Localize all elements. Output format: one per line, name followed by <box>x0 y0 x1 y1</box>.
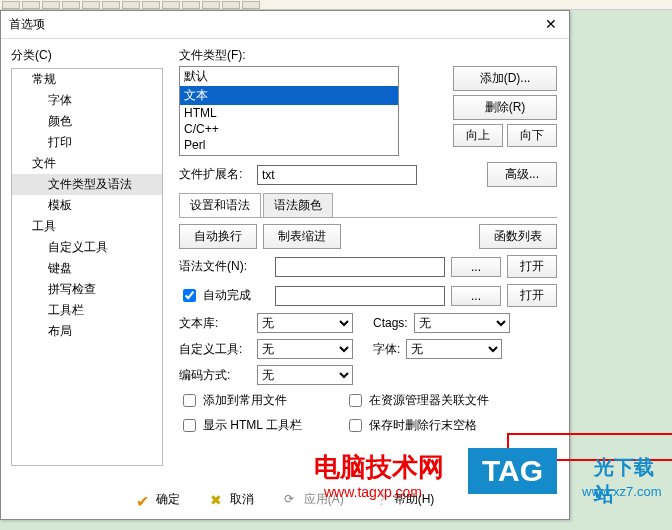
watermark-url-2: www.xz7.com <box>582 484 661 499</box>
add-common-checkbox[interactable]: 添加到常用文件 <box>179 391 339 410</box>
tabindent-button[interactable]: 制表缩进 <box>263 224 341 249</box>
dialog-titlebar: 首选项 ✕ <box>1 11 569 39</box>
autocomplete-checkbox[interactable]: 自动完成 <box>179 286 269 305</box>
syntaxfile-input[interactable] <box>275 257 445 277</box>
tree-item[interactable]: 字体 <box>12 90 162 111</box>
filetype-item[interactable]: HTML <box>180 105 398 121</box>
move-up-button[interactable]: 向上 <box>453 124 503 147</box>
autocomplete-open-button[interactable]: 打开 <box>507 284 557 307</box>
move-down-button[interactable]: 向下 <box>507 124 557 147</box>
help-icon: ❔ <box>374 492 388 506</box>
filetype-item[interactable]: C/C++ <box>180 121 398 137</box>
textlib-label: 文本库: <box>179 315 251 332</box>
autocomplete-browse-button[interactable]: ... <box>451 286 501 306</box>
tree-item[interactable]: 模板 <box>12 195 162 216</box>
delete-button[interactable]: 删除(R) <box>453 95 557 120</box>
apply-button[interactable]: ⟳应用(A) <box>284 491 344 508</box>
dialog-title: 首选项 <box>9 16 45 33</box>
cancel-button[interactable]: ✖取消 <box>210 491 254 508</box>
tab-syntax-colors[interactable]: 语法颜色 <box>263 193 333 217</box>
ctags-select[interactable]: 无 <box>414 313 510 333</box>
category-label: 分类(C) <box>11 47 163 64</box>
tree-item[interactable]: 颜色 <box>12 111 162 132</box>
tree-item[interactable]: 布局 <box>12 321 162 342</box>
filetype-item[interactable]: 文本 <box>180 86 398 105</box>
filetype-label: 文件类型(F): <box>179 47 557 64</box>
show-html-toolbar-checkbox[interactable]: 显示 HTML 工具栏 <box>179 416 339 435</box>
textlib-select[interactable]: 无 <box>257 313 353 333</box>
filetype-list[interactable]: 默认文本HTMLC/C++Perl <box>179 66 399 156</box>
ctags-label: Ctags: <box>373 316 408 330</box>
highlight-box <box>507 433 672 461</box>
encoding-label: 编码方式: <box>179 367 251 384</box>
funclist-button[interactable]: 函数列表 <box>479 224 557 249</box>
filetype-item[interactable]: 默认 <box>180 67 398 86</box>
apply-icon: ⟳ <box>284 492 298 506</box>
tree-item[interactable]: 拼写检查 <box>12 279 162 300</box>
watermark-text-2: 光下载站 <box>594 454 672 508</box>
extension-input[interactable] <box>257 165 417 185</box>
font-select[interactable]: 无 <box>406 339 502 359</box>
autocomplete-input[interactable] <box>275 286 445 306</box>
app-toolbar <box>0 0 672 10</box>
tree-item[interactable]: 文件 <box>12 153 162 174</box>
syntaxfile-open-button[interactable]: 打开 <box>507 255 557 278</box>
dialog-footer: ✔确定 ✖取消 ⟳应用(A) ❔帮助(H) <box>1 479 569 519</box>
category-tree[interactable]: 常规字体颜色打印文件文件类型及语法模板工具自定义工具键盘拼写检查工具栏布局 <box>11 68 163 466</box>
help-button[interactable]: ❔帮助(H) <box>374 491 435 508</box>
customtool-label: 自定义工具: <box>179 341 251 358</box>
font-label: 字体: <box>373 341 400 358</box>
syntaxfile-label: 语法文件(N): <box>179 258 269 275</box>
customtool-select[interactable]: 无 <box>257 339 353 359</box>
tabstrip: 设置和语法 语法颜色 <box>179 193 557 218</box>
tree-item[interactable]: 键盘 <box>12 258 162 279</box>
tree-item[interactable]: 工具 <box>12 216 162 237</box>
cross-icon: ✖ <box>210 492 224 506</box>
advanced-button[interactable]: 高级... <box>487 162 557 187</box>
tree-item[interactable]: 工具栏 <box>12 300 162 321</box>
filetype-item[interactable]: Perl <box>180 137 398 153</box>
preferences-dialog: 首选项 ✕ 分类(C) 常规字体颜色打印文件文件类型及语法模板工具自定义工具键盘… <box>0 10 570 520</box>
close-icon[interactable]: ✕ <box>541 15 561 35</box>
add-button[interactable]: 添加(D)... <box>453 66 557 91</box>
autowrap-button[interactable]: 自动换行 <box>179 224 257 249</box>
syntaxfile-browse-button[interactable]: ... <box>451 257 501 277</box>
tree-item[interactable]: 打印 <box>12 132 162 153</box>
tree-item[interactable]: 文件类型及语法 <box>12 174 162 195</box>
tree-item[interactable]: 自定义工具 <box>12 237 162 258</box>
check-icon: ✔ <box>136 492 150 506</box>
ok-button[interactable]: ✔确定 <box>136 491 180 508</box>
tree-item[interactable]: 常规 <box>12 69 162 90</box>
tab-settings[interactable]: 设置和语法 <box>179 193 261 217</box>
encoding-select[interactable]: 无 <box>257 365 353 385</box>
associate-explorer-checkbox[interactable]: 在资源管理器关联文件 <box>345 391 489 410</box>
extension-label: 文件扩展名: <box>179 166 251 183</box>
trim-on-save-checkbox[interactable]: 保存时删除行末空格 <box>345 416 477 435</box>
